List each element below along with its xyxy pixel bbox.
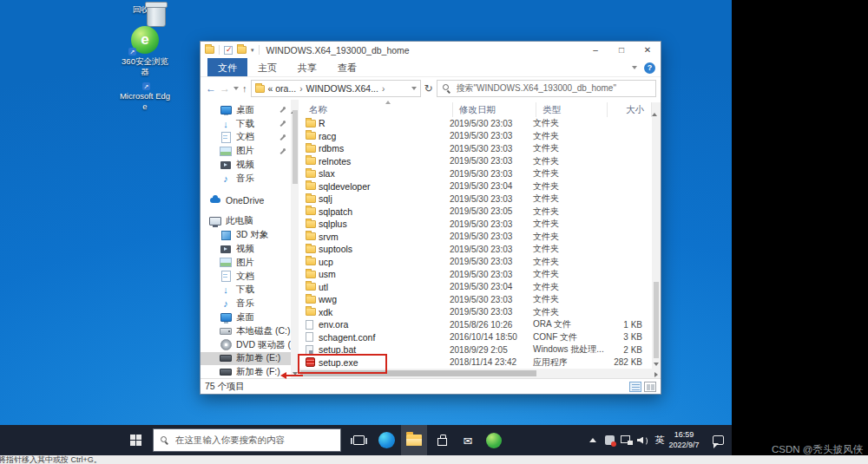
nav-item[interactable]: 新加卷 (E:): [201, 352, 291, 366]
desktop-icon-edge[interactable]: Microsoft Edge: [119, 88, 171, 111]
file-row[interactable]: schagent.conf 2016/10/14 18:50 CONF 文件 3…: [299, 331, 652, 344]
tray-network-button[interactable]: [618, 425, 635, 455]
start-button[interactable]: [122, 425, 149, 455]
desktop[interactable]: 回收站 360安全浏览器 Microsoft Edge ▾ WINDOWS.X6…: [0, 0, 732, 455]
ribbon-tab[interactable]: 文件: [207, 58, 247, 76]
column-header-name[interactable]: 名称: [299, 102, 453, 117]
ribbon-tab[interactable]: 主页: [247, 58, 287, 76]
file-row[interactable]: slax 2019/5/30 23:03 文件夹: [299, 167, 652, 180]
file-row[interactable]: sqlpatch 2019/5/30 23:05 文件夹: [299, 206, 652, 219]
taskbar-store-button[interactable]: [429, 425, 455, 455]
minimize-button[interactable]: –: [582, 42, 608, 58]
desktop-icon-recycle-bin[interactable]: 回收站: [119, 2, 171, 14]
nav-item[interactable]: 音乐: [201, 297, 291, 310]
details-view-button[interactable]: [629, 382, 641, 392]
refresh-icon[interactable]: [424, 82, 433, 95]
action-center-button[interactable]: [707, 425, 729, 455]
scrollbar-thumb[interactable]: [293, 110, 298, 184]
address-dropdown-icon[interactable]: [411, 87, 417, 90]
file-list-vertical-scrollbar[interactable]: [652, 102, 661, 369]
recent-locations-icon[interactable]: [233, 87, 239, 90]
nav-item[interactable]: 下载: [201, 284, 291, 297]
forward-button[interactable]: →: [220, 83, 230, 94]
nav-item[interactable]: 新加卷 (F:): [201, 365, 291, 378]
ribbon-tab[interactable]: 查看: [327, 58, 367, 76]
file-row[interactable]: suptools 2019/5/30 23:03 文件夹: [299, 243, 652, 256]
tray-app-icon-button[interactable]: [601, 425, 618, 455]
clock-date: 2022/9/7: [668, 441, 699, 449]
scroll-right-icon[interactable]: [654, 372, 658, 377]
quick-access-new-folder-icon[interactable]: [237, 46, 247, 54]
file-row[interactable]: rdbms 2019/5/30 23:03 文件夹: [299, 142, 652, 155]
taskbar-search-input[interactable]: 在这里输入你要搜索的内容: [175, 435, 285, 447]
file-row[interactable]: usm 2019/5/30 23:03 文件夹: [299, 268, 652, 281]
file-row[interactable]: racg 2019/5/30 23:03 文件夹: [299, 130, 652, 143]
file-row[interactable]: srvm 2019/5/30 23:03 文件夹: [299, 231, 652, 244]
nav-item-icon: [220, 353, 232, 364]
file-name: sqlpatch: [319, 206, 450, 217]
quick-access-properties-icon[interactable]: [224, 46, 233, 55]
back-button[interactable]: ←: [206, 83, 216, 94]
scroll-down-icon[interactable]: [654, 363, 659, 366]
up-button[interactable]: ↑: [242, 84, 247, 94]
file-date: 2019/5/30 23:03: [450, 169, 533, 179]
breadcrumb-segment[interactable]: WINDOWS.X64...: [306, 83, 378, 94]
column-header-type[interactable]: 类型: [536, 102, 608, 117]
file-type: 文件夹: [533, 167, 604, 180]
file-row[interactable]: xdk 2019/5/30 23:03 文件夹: [299, 306, 652, 319]
nav-item[interactable]: 3D 对象: [201, 228, 291, 242]
file-row[interactable]: sqlj 2019/5/30 23:03 文件夹: [299, 193, 652, 206]
quick-access-dropdown-icon[interactable]: ▾: [251, 47, 254, 54]
column-header-size[interactable]: 大小: [608, 102, 652, 117]
scrollbar-thumb[interactable]: [654, 282, 659, 358]
tray-show-hidden-icons[interactable]: [585, 425, 601, 455]
file-row[interactable]: sqlplus 2019/5/30 23:03 文件夹: [299, 218, 652, 231]
desktop-icon-360-browser[interactable]: 360安全浏览器: [119, 26, 171, 76]
nav-item[interactable]: 文档: [201, 270, 291, 284]
nav-item[interactable]: 下载: [201, 117, 291, 131]
file-row[interactable]: wwg 2019/5/30 23:03 文件夹: [299, 293, 652, 306]
nav-item[interactable]: 此电脑: [201, 215, 291, 229]
column-header-date[interactable]: 修改日期: [453, 102, 536, 117]
scroll-up-icon[interactable]: [652, 102, 657, 116]
file-row[interactable]: utl 2019/5/30 23:04 文件夹: [299, 281, 652, 294]
nav-item-icon: [220, 160, 232, 171]
nav-item[interactable]: 桌面: [201, 103, 291, 117]
ribbon-collapse-icon[interactable]: [632, 66, 637, 69]
help-icon[interactable]: ?: [644, 62, 655, 74]
nav-item-icon: [209, 194, 221, 206]
close-button[interactable]: ✕: [635, 42, 661, 58]
nav-item[interactable]: 视频: [201, 242, 291, 256]
ribbon-tab[interactable]: 共享: [287, 58, 327, 76]
nav-item[interactable]: 音乐: [201, 172, 291, 186]
taskbar-mail-button[interactable]: [455, 425, 481, 455]
nav-item[interactable]: 本地磁盘 (C:): [201, 324, 291, 338]
large-icons-view-button[interactable]: [644, 382, 656, 392]
file-row[interactable]: R 2019/5/30 23:03 文件夹: [299, 117, 652, 130]
file-row[interactable]: ucp 2019/5/30 23:03 文件夹: [299, 256, 652, 269]
nav-item[interactable]: 文档: [201, 131, 291, 145]
nav-item[interactable]: 图片: [201, 144, 291, 158]
file-row[interactable]: sqldeveloper 2019/5/30 23:04 文件夹: [299, 180, 652, 193]
address-box[interactable]: « ora... WINDOWS.X64...: [251, 80, 421, 97]
nav-item[interactable]: 图片: [201, 256, 291, 270]
nav-scrollbar[interactable]: [291, 100, 299, 378]
task-view-button[interactable]: [345, 425, 372, 455]
nav-item[interactable]: OneDrive: [201, 193, 291, 207]
file-type: 文件夹: [533, 293, 604, 305]
taskbar-explorer-button[interactable]: [401, 425, 427, 455]
tray-volume-button[interactable]: [635, 425, 652, 455]
taskbar-360-button[interactable]: [481, 425, 507, 455]
file-row[interactable]: relnotes 2019/5/30 23:03 文件夹: [299, 155, 652, 168]
nav-item[interactable]: 桌面: [201, 310, 291, 324]
taskbar-edge-button[interactable]: [373, 425, 399, 455]
taskbar-search[interactable]: 在这里输入你要搜索的内容: [153, 428, 341, 452]
maximize-button[interactable]: □: [608, 42, 635, 58]
nav-item[interactable]: DVD 驱动器 (D:: [201, 338, 291, 352]
breadcrumb-segment[interactable]: « ora...: [268, 83, 297, 94]
file-row[interactable]: env.ora 2015/8/26 10:26 ORA 文件 1 KB: [299, 318, 652, 331]
tray-clock[interactable]: 16:59 2022/9/7: [663, 425, 705, 455]
search-box[interactable]: 搜索"WINDOWS.X64_193000_db_home": [437, 80, 656, 97]
search-input[interactable]: 搜索"WINDOWS.X64_193000_db_home": [457, 82, 616, 95]
nav-item[interactable]: 视频: [201, 158, 291, 172]
